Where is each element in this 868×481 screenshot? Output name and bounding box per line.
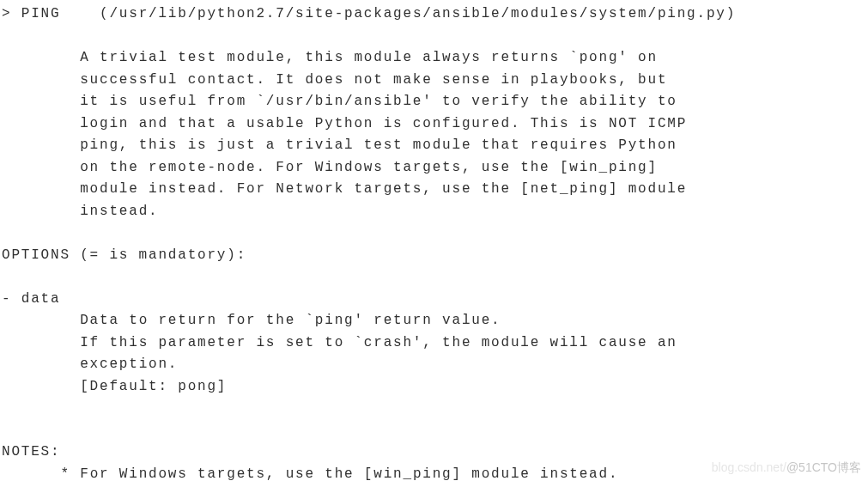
module-header-line: > PING (/usr/lib/python2.7/site-packages…	[2, 6, 736, 21]
option-data-line: Data to return for the `ping' return val…	[80, 313, 501, 328]
option-data: - data	[2, 291, 60, 307]
description-line: successful contact. It does not make sen…	[80, 72, 667, 88]
prompt-symbol: >	[2, 6, 11, 21]
description-line: A trivial test module, this module alway…	[80, 50, 658, 65]
option-data-default: [Default: pong]	[80, 379, 227, 394]
description-line: ping, this is just a trivial test module…	[80, 137, 677, 153]
option-data-line: If this parameter is set to `crash', the…	[80, 335, 677, 350]
description-line: module instead. For Network targets, use…	[80, 181, 687, 197]
module-name: PING	[21, 6, 61, 21]
description-line: instead.	[80, 204, 158, 219]
note-line: * For Windows targets, use the [win_ping…	[60, 466, 618, 482]
terminal-output: > PING (/usr/lib/python2.7/site-packages…	[0, 0, 868, 481]
description-line: it is useful from `/usr/bin/ansible' to …	[80, 94, 677, 109]
description-line: on the remote-node. For Windows targets,…	[80, 160, 658, 175]
description-line: login and that a usable Python is config…	[80, 116, 687, 131]
notes-heading: NOTES:	[2, 444, 60, 460]
options-heading: OPTIONS (= is mandatory):	[2, 247, 246, 263]
module-path: (/usr/lib/python2.7/site-packages/ansibl…	[100, 6, 736, 21]
option-data-line: exception.	[80, 356, 178, 372]
